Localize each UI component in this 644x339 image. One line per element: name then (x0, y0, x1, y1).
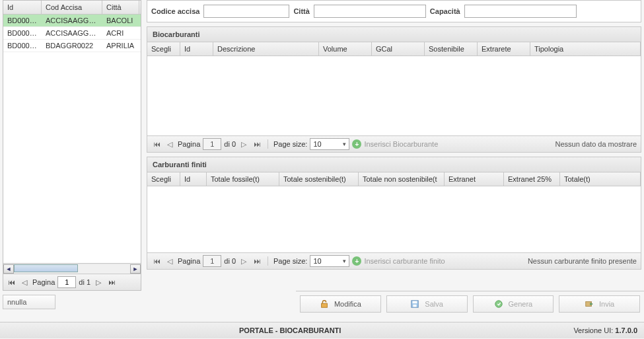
col-sostenibile[interactable]: Sostenibile (425, 42, 478, 56)
col-scegli[interactable]: Scegli (147, 172, 180, 186)
prev-page-icon[interactable]: ◁ (19, 277, 30, 287)
col-citta[interactable]: Città (102, 1, 139, 14)
bio-grid-header: Scegli Id Descrizione Volume GCal Sosten… (147, 42, 641, 56)
page-size-label: Page size: (273, 140, 307, 148)
col-totale[interactable]: Totale(t) (560, 172, 641, 186)
invia-label: Invia (599, 300, 614, 308)
annulla-button[interactable]: nnulla (3, 295, 55, 309)
scroll-right-icon[interactable]: ► (130, 264, 141, 274)
invia-button[interactable]: Invia (559, 295, 640, 313)
svg-rect-3 (413, 305, 417, 307)
scroll-left-icon[interactable]: ◄ (3, 264, 14, 274)
salva-button[interactable]: Salva (386, 295, 468, 313)
codice-accisa-input[interactable] (203, 5, 289, 18)
carburanti-finiti-section: Carburanti finiti Scegli Id Totale fossi… (147, 157, 641, 270)
add-icon[interactable]: + (352, 139, 361, 149)
footer-title: PORTALE - BIOCARBURANTI (7, 326, 573, 334)
genera-label: Genera (509, 300, 533, 308)
col-extranet-25[interactable]: Extranet 25% (504, 172, 560, 186)
modifica-label: Modifica (334, 300, 361, 308)
col-totale-fossile[interactable]: Totale fossile(t) (207, 172, 279, 186)
prev-page-icon[interactable]: ◁ (164, 256, 175, 266)
insert-carburante-link[interactable]: Inserisci carburante finito (364, 257, 445, 265)
first-page-icon[interactable]: ⏮ (151, 139, 162, 149)
table-row[interactable]: BD0001... ACCISAAGGR... BACOLI (3, 15, 141, 27)
last-page-icon[interactable]: ⏭ (252, 256, 262, 266)
table-row[interactable]: BD0001... BDAGGR0022 APRILIA (3, 40, 141, 52)
generate-icon (494, 299, 503, 309)
carb-pager: ⏮ ◁ Pagina di 0 ▷ ⏭ Page size: 10 + Inse… (147, 252, 641, 269)
filter-form: Codice accisa Città Capacità (147, 0, 641, 22)
last-page-icon[interactable]: ⏭ (106, 277, 117, 287)
col-id[interactable]: Id (180, 172, 207, 186)
col-totale-sostenibile[interactable]: Totale sostenibile(t) (279, 172, 359, 186)
biocarburanti-title: Biocarburanti (147, 27, 641, 42)
col-id[interactable]: Id (180, 42, 213, 56)
citta-input[interactable] (314, 5, 426, 18)
page-input[interactable] (203, 138, 221, 150)
prev-page-icon[interactable]: ◁ (164, 139, 175, 149)
carb-grid-body (147, 186, 641, 252)
page-input[interactable] (203, 255, 221, 267)
pager-label: Pagina (178, 257, 200, 265)
next-page-icon[interactable]: ▷ (238, 139, 249, 149)
capacita-input[interactable] (464, 5, 577, 18)
col-scegli[interactable]: Scegli (147, 42, 180, 56)
citta-label: Città (293, 7, 309, 15)
page-size-select[interactable]: 10 (310, 255, 349, 267)
next-page-icon[interactable]: ▷ (93, 277, 104, 287)
col-descrizione[interactable]: Descrizione (213, 42, 319, 56)
col-volume[interactable]: Volume (319, 42, 372, 56)
first-page-icon[interactable]: ⏮ (151, 256, 162, 266)
next-page-icon[interactable]: ▷ (238, 256, 249, 266)
cell-citta: APRILIA (102, 40, 139, 52)
scroll-thumb[interactable] (14, 264, 78, 272)
divider (268, 139, 268, 149)
cell-id: BD0001... (3, 40, 42, 52)
col-extranet[interactable]: Extranet (445, 172, 504, 186)
table-row[interactable]: BD0001... ACCISAAGGR... ACRI (3, 27, 141, 40)
unlock-icon (320, 299, 329, 309)
svg-rect-2 (413, 301, 417, 304)
svg-point-4 (495, 301, 502, 308)
first-page-icon[interactable]: ⏮ (6, 277, 17, 287)
modifica-button[interactable]: Modifica (300, 295, 381, 313)
page-size-select[interactable]: 10 (310, 138, 349, 150)
cell-cod: ACCISAAGGR... (42, 27, 102, 39)
add-icon[interactable]: + (352, 256, 361, 266)
right-panel: Codice accisa Città Capacità Biocarburan… (147, 0, 641, 291)
col-cod-accisa[interactable]: Cod Accisa (42, 1, 102, 14)
left-grid: Id Cod Accisa Città BD0001... ACCISAAGGR… (3, 0, 141, 291)
codice-accisa-label: Codice accisa (151, 7, 199, 15)
col-extrarete[interactable]: Extrarete (478, 42, 530, 56)
scroll-track[interactable] (14, 264, 130, 274)
save-icon (410, 299, 419, 309)
horizontal-scrollbar[interactable]: ◄ ► (3, 263, 141, 274)
col-id[interactable]: Id (3, 1, 42, 14)
divider (268, 256, 268, 266)
capacita-label: Capacità (430, 7, 460, 15)
insert-biocarburante-link[interactable]: Inserisci Biocarburante (364, 140, 438, 148)
pager-of: di 0 (224, 257, 236, 265)
bio-grid-body (147, 56, 641, 135)
left-pager: ⏮ ◁ Pagina di 1 ▷ ⏭ (3, 274, 141, 290)
carb-grid-header: Scegli Id Totale fossile(t) Totale soste… (147, 172, 641, 186)
cell-cod: ACCISAAGGR... (42, 15, 102, 26)
cell-id: BD0001... (3, 27, 42, 39)
annulla-label: nnulla (7, 298, 26, 306)
last-page-icon[interactable]: ⏭ (252, 139, 262, 149)
col-totale-non-sostenibile[interactable]: Totale non sostenibile(t (359, 172, 445, 186)
pager-of: di 1 (79, 278, 90, 286)
page-input[interactable] (57, 276, 76, 288)
version-number: 1.7.0.0 (615, 326, 637, 334)
footer-bar: PORTALE - BIOCARBURANTI Versione UI: 1.7… (0, 322, 644, 338)
col-tipologia[interactable]: Tipologia (530, 42, 641, 56)
left-grid-header: Id Cod Accisa Città (3, 1, 141, 15)
pager-label: Pagina (178, 140, 200, 148)
cell-cod: BDAGGR0022 (42, 40, 102, 52)
action-toolbar: Modifica Salva Genera Invia (296, 291, 644, 317)
genera-button[interactable]: Genera (473, 295, 554, 313)
send-icon (585, 299, 594, 309)
col-gcal[interactable]: GCal (372, 42, 425, 56)
cell-citta: BACOLI (102, 15, 139, 26)
